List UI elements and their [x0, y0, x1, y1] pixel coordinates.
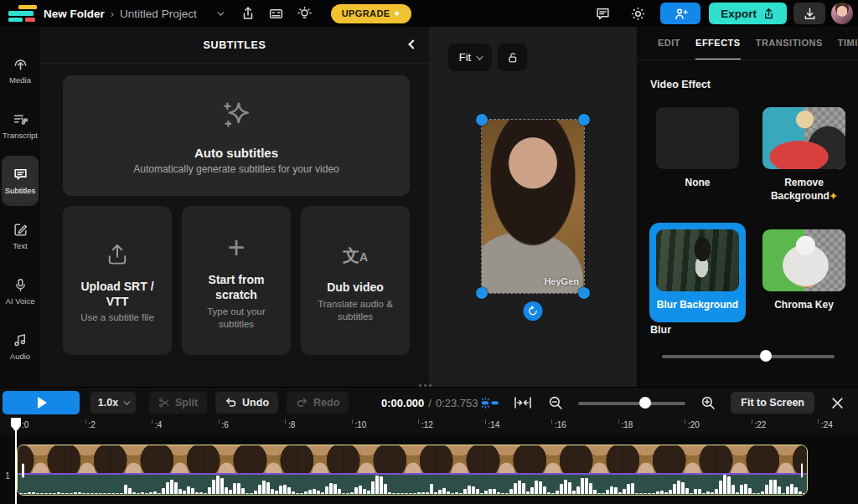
- waveform-bar: [120, 493, 123, 495]
- tips-lightbulb-icon[interactable]: [294, 3, 316, 24]
- effect-blur-background[interactable]: Blur Background: [649, 223, 746, 322]
- zoom-slider-thumb[interactable]: [639, 397, 651, 409]
- filmstrip-frame: [483, 445, 530, 473]
- waveform-bar: [576, 486, 580, 494]
- filmstrip-frame: [111, 445, 158, 473]
- waveform-bar: [631, 483, 634, 494]
- waveform-bar: [279, 486, 282, 494]
- sidebar-item-media[interactable]: Media: [2, 45, 39, 95]
- sidebar-item-text[interactable]: Text: [2, 211, 39, 261]
- project-chevron-down-icon[interactable]: [209, 3, 230, 24]
- resize-handle-bottom-left[interactable]: [476, 287, 488, 299]
- share-icon[interactable]: [237, 3, 259, 24]
- waveform-bar: [271, 489, 274, 494]
- waveform-bar: [648, 493, 651, 495]
- download-button[interactable]: [793, 3, 825, 24]
- waveform-bar: [677, 481, 680, 494]
- auto-subtitles-card[interactable]: Auto subtitles Automatically generate su…: [63, 75, 410, 196]
- waveform-bar: [86, 493, 90, 495]
- dub-video-card[interactable]: 文A Dub video Translate audio & subtitles: [301, 206, 410, 355]
- waveform-bar: [262, 481, 266, 494]
- breadcrumb-project-title[interactable]: Untitled Project: [120, 8, 197, 20]
- video-preview[interactable]: HeyGen: [482, 120, 584, 293]
- tab-effects[interactable]: EFFECTS: [695, 27, 741, 60]
- start-from-scratch-card[interactable]: + Start from scratch Type out your subti…: [182, 206, 291, 355]
- resize-handle-top-right[interactable]: [578, 114, 590, 126]
- filmstrip-frame: [297, 445, 344, 473]
- tab-edit[interactable]: EDIT: [658, 27, 680, 60]
- upgrade-button[interactable]: UPGRADE✦: [331, 4, 412, 23]
- waveform-bar: [480, 493, 483, 495]
- filmstrip-frame: [204, 445, 251, 473]
- fit-to-screen-button[interactable]: Fit to Screen: [731, 392, 814, 414]
- split-marker-icon[interactable]: [480, 393, 500, 413]
- waveform-bar: [602, 493, 605, 495]
- unlock-button[interactable]: [498, 44, 527, 71]
- playback-speed-button[interactable]: 1.0x: [90, 392, 136, 414]
- timeline-ruler[interactable]: :0:2:4:6:8:10:12:14:16:18:20:22:24: [0, 417, 858, 435]
- sidebar-item-ai-voice[interactable]: AI Voice: [2, 266, 39, 316]
- waveform-bar: [719, 481, 722, 494]
- timeline-zoom-slider[interactable]: [578, 397, 685, 409]
- waveform-bar: [401, 493, 404, 495]
- resize-handle-bottom-right[interactable]: [578, 287, 590, 299]
- undo-button[interactable]: Undo: [215, 392, 278, 414]
- sidebar-item-transcript[interactable]: Transcript: [2, 100, 39, 151]
- zoom-out-icon[interactable]: [545, 393, 566, 413]
- waveform-bar: [426, 492, 429, 494]
- fit-dropdown-button[interactable]: Fit: [448, 44, 492, 71]
- sidebar-item-subtitles[interactable]: Subtitles: [2, 156, 39, 206]
- waveform-bar: [589, 483, 592, 494]
- waveform-bar: [141, 492, 144, 494]
- sidebar-item-audio[interactable]: Audio: [2, 321, 39, 372]
- scissors-icon: [158, 397, 170, 409]
- upload-srt-vtt-card[interactable]: Upload SRT / VTT Use a subtitle file: [63, 206, 172, 355]
- zoom-in-icon[interactable]: [698, 393, 718, 413]
- clip-trim-handle-right[interactable]: [801, 463, 804, 477]
- clip-trim-handle-left[interactable]: [22, 463, 24, 477]
- effect-chroma-key[interactable]: Chroma Key: [756, 223, 852, 322]
- clip-waveband: [18, 475, 807, 495]
- waveform-bar: [23, 493, 27, 495]
- waveform-bar: [191, 488, 194, 494]
- effect-remove-background[interactable]: Remove Background✦: [756, 100, 852, 213]
- keyboard-shortcuts-icon[interactable]: [266, 3, 287, 24]
- app-logo-icon[interactable]: [7, 4, 35, 23]
- waveform-bar: [287, 487, 291, 494]
- resize-handle-top-left[interactable]: [476, 114, 488, 126]
- close-timeline-icon[interactable]: [827, 393, 847, 413]
- trim-to-playhead-icon[interactable]: [513, 393, 533, 413]
- waveform-bar: [702, 493, 706, 495]
- play-button[interactable]: [3, 391, 80, 414]
- tab-transitions[interactable]: TRANSITIONS: [756, 27, 823, 60]
- person-plus-icon: [674, 7, 688, 21]
- waveform-bar: [627, 484, 630, 494]
- tab-timing[interactable]: TIMING: [838, 27, 858, 60]
- export-button[interactable]: Export: [709, 3, 787, 24]
- waveform-bar: [664, 492, 668, 494]
- waveform-bar: [90, 493, 94, 495]
- waveform-bar: [468, 486, 471, 494]
- blur-slider-thumb[interactable]: [760, 350, 772, 362]
- timeline-resize-handle[interactable]: [419, 384, 432, 387]
- video-clip[interactable]: [17, 445, 808, 496]
- waveform-bar: [53, 493, 56, 495]
- waveform-bar: [769, 480, 773, 494]
- waveform-bar: [447, 491, 450, 494]
- waveform-bar: [36, 493, 39, 495]
- user-avatar[interactable]: [831, 3, 853, 24]
- redo-button[interactable]: Redo: [287, 392, 349, 414]
- effect-remove-background-thumbnail: [762, 107, 845, 169]
- sidebar-item-partial[interactable]: [2, 377, 39, 387]
- split-button[interactable]: Split: [149, 392, 207, 414]
- comments-icon[interactable]: [592, 3, 613, 24]
- invite-member-button[interactable]: [660, 3, 700, 24]
- waveform-bar: [396, 493, 400, 495]
- collapse-panel-icon[interactable]: [406, 37, 421, 52]
- breadcrumb-folder[interactable]: New Folder: [44, 8, 105, 20]
- rotate-button[interactable]: [524, 301, 543, 321]
- effect-none[interactable]: None: [649, 100, 746, 213]
- settings-gear-icon[interactable]: [627, 3, 649, 24]
- waveform-bar: [103, 493, 106, 495]
- blur-slider[interactable]: [662, 350, 835, 362]
